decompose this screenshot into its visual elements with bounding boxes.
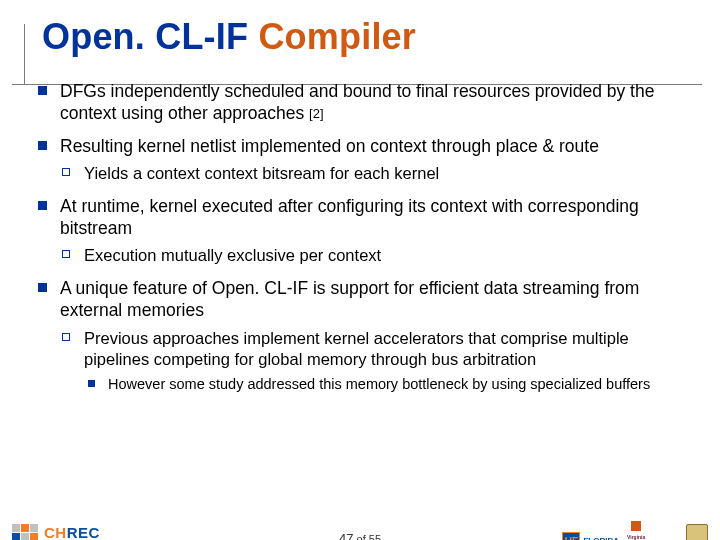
slide-title: Open. CL-IF Compiler: [42, 16, 690, 58]
title-part-b: Compiler: [258, 16, 416, 57]
bullet-1-text: DFGs independently scheduled and bound t…: [60, 81, 654, 123]
chrec-word: REC: [67, 524, 100, 540]
chrec-chip-icon: [12, 524, 38, 540]
bullet-3: At runtime, kernel executed after config…: [36, 195, 690, 267]
uf-logo: UF FLORIDA: [562, 532, 619, 540]
bullet-2-text: Resulting kernel netlist implemented on …: [60, 136, 599, 156]
chrec-text: CHREC NSF Center for High-Performance Re…: [44, 524, 127, 540]
bullet-2-1: Yields a context context bitsream for ea…: [60, 163, 690, 184]
page-current: 47: [339, 531, 353, 540]
title-rule-vertical: [24, 24, 25, 84]
bullet-2: Resulting kernel netlist implemented on …: [36, 135, 690, 185]
bullet-4-1-1: However some study addressed this memory…: [84, 375, 690, 394]
bullet-3-1: Execution mutually exclusive per context: [60, 245, 690, 266]
bullet-1: DFGs independently scheduled and bound t…: [36, 80, 690, 125]
vt-icon: [631, 521, 641, 531]
uf-block: UF: [562, 532, 580, 540]
bullet-1-ref: [2]: [309, 106, 323, 121]
bullet-2-1-text: Yields a context context bitsream for ea…: [84, 164, 439, 182]
page-sep: of: [353, 533, 368, 540]
title-part-a: Open. CL-IF: [42, 16, 258, 57]
page-number: 47 of 55: [339, 531, 381, 540]
affiliate-logos: UF FLORIDA VirginiaTech BYU: [562, 521, 708, 540]
gwu-logo: [686, 524, 708, 540]
vt-text: VirginiaTech: [627, 534, 645, 540]
slide-body: DFGs independently scheduled and bound t…: [36, 80, 690, 394]
bullet-4-1-text: Previous approaches implement kernel acc…: [84, 329, 629, 368]
page-total: 55: [369, 533, 381, 540]
chrec-logo: CHREC NSF Center for High-Performance Re…: [12, 524, 127, 540]
footer: CHREC NSF Center for High-Performance Re…: [0, 514, 720, 540]
bullet-4: A unique feature of Open. CL-IF is suppo…: [36, 277, 690, 395]
bullet-3-text: At runtime, kernel executed after config…: [60, 196, 639, 238]
bullet-3-1-text: Execution mutually exclusive per context: [84, 246, 381, 264]
vt-logo: VirginiaTech: [627, 521, 645, 540]
bullet-4-text: A unique feature of Open. CL-IF is suppo…: [60, 278, 639, 320]
bullet-4-1-1-text: However some study addressed this memory…: [108, 376, 650, 392]
bullet-4-1: Previous approaches implement kernel acc…: [60, 328, 690, 395]
slide: Open. CL-IF Compiler DFGs independently …: [0, 16, 720, 540]
